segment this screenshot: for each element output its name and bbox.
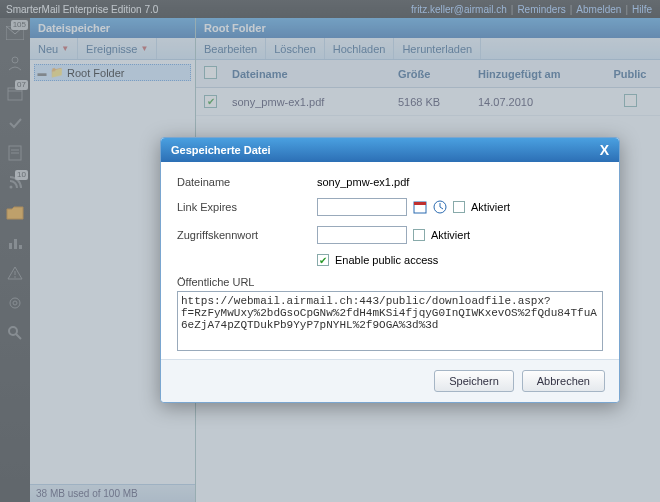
label-public-url: Öffentliche URL — [177, 276, 603, 288]
topbar-user[interactable]: fritz.keller@airmail.ch — [411, 4, 507, 15]
events-button[interactable]: Ereignisse▼ — [78, 38, 157, 59]
app-title: SmarterMail Enterprise Edition 7.0 — [6, 4, 158, 15]
rss-icon[interactable]: 10 — [4, 172, 26, 194]
tasks-icon[interactable] — [4, 112, 26, 134]
label-filename: Dateiname — [177, 176, 317, 188]
svg-point-13 — [10, 298, 20, 308]
topbar-reminders[interactable]: Reminders — [517, 4, 565, 15]
calendar-icon[interactable]: 07 — [4, 82, 26, 104]
select-all-checkbox[interactable] — [204, 66, 217, 79]
filestorage-icon[interactable] — [4, 202, 26, 224]
clock-icon[interactable] — [433, 200, 447, 214]
dialog-titlebar[interactable]: Gespeicherte Datei X — [161, 138, 619, 162]
password-input[interactable] — [317, 226, 407, 244]
stored-file-dialog: Gespeicherte Datei X Dateiname sony_pmw-… — [160, 137, 620, 403]
table-row[interactable]: ✔ sony_pmw-ex1.pdf 5168 KB 14.07.2010 — [196, 88, 660, 116]
delete-button[interactable]: Löschen — [266, 38, 325, 59]
public-url-textarea[interactable] — [177, 291, 603, 351]
settings-icon[interactable] — [4, 292, 26, 314]
edit-button[interactable]: Bearbeiten — [196, 38, 266, 59]
rss-badge: 10 — [15, 170, 28, 180]
save-button[interactable]: Speichern — [434, 370, 514, 392]
search-icon[interactable] — [4, 322, 26, 344]
col-date[interactable]: Hinzugefügt am — [470, 68, 600, 80]
new-button[interactable]: Neu▼ — [30, 38, 78, 59]
topbar-logout[interactable]: Abmelden — [576, 4, 621, 15]
grid-header: Dateiname Größe Hinzugefügt am Public — [196, 60, 660, 88]
cell-date: 14.07.2010 — [470, 96, 600, 108]
content-title: Root Folder — [196, 18, 660, 38]
topbar-help[interactable]: Hilfe — [632, 4, 652, 15]
calendar-picker-icon[interactable] — [413, 200, 427, 214]
svg-rect-10 — [19, 245, 22, 249]
col-public[interactable]: Public — [600, 68, 660, 80]
row-public-checkbox[interactable] — [624, 94, 637, 107]
left-panel-title: Dateispeicher — [30, 18, 195, 38]
password-activated-checkbox[interactable] — [413, 229, 425, 241]
svg-point-12 — [14, 276, 16, 278]
reports-icon[interactable] — [4, 232, 26, 254]
contacts-icon[interactable] — [4, 52, 26, 74]
row-checkbox[interactable]: ✔ — [204, 95, 217, 108]
value-filename: sony_pmw-ex1.pdf — [317, 176, 603, 188]
svg-line-16 — [16, 334, 21, 339]
content-toolbar: Bearbeiten Löschen Hochladen Herunterlad… — [196, 38, 660, 60]
link-expires-input[interactable] — [317, 198, 407, 216]
upload-button[interactable]: Hochladen — [325, 38, 395, 59]
cancel-button[interactable]: Abbrechen — [522, 370, 605, 392]
label-link-expires: Link Expires — [177, 201, 317, 213]
close-icon[interactable]: X — [600, 143, 609, 157]
tree-root-folder[interactable]: ▬ 📁 Root Folder — [34, 64, 191, 81]
left-toolbar: Neu▼ Ereignisse▼ — [30, 38, 195, 60]
svg-rect-18 — [414, 202, 426, 205]
storage-status: 38 MB used of 100 MB — [30, 484, 195, 502]
col-size[interactable]: Größe — [390, 68, 470, 80]
nav-sidebar: 105 07 10 — [0, 18, 30, 502]
dropdown-icon: ▼ — [140, 44, 148, 53]
svg-point-15 — [9, 327, 17, 335]
enable-public-label: Enable public access — [335, 254, 438, 266]
calendar-badge: 07 — [15, 80, 28, 90]
password-activated-label: Aktiviert — [431, 229, 470, 241]
svg-rect-8 — [9, 243, 12, 249]
alert-icon[interactable] — [4, 262, 26, 284]
notes-icon[interactable] — [4, 142, 26, 164]
col-name[interactable]: Dateiname — [224, 68, 390, 80]
enable-public-checkbox[interactable]: ✔ — [317, 254, 329, 266]
svg-point-14 — [13, 301, 17, 305]
expires-activated-checkbox[interactable] — [453, 201, 465, 213]
mail-icon[interactable]: 105 — [4, 22, 26, 44]
label-password: Zugriffskennwort — [177, 229, 317, 241]
dropdown-icon: ▼ — [61, 44, 69, 53]
download-button[interactable]: Herunterladen — [394, 38, 481, 59]
svg-rect-9 — [14, 239, 17, 249]
svg-point-1 — [12, 57, 18, 63]
app-topbar: SmarterMail Enterprise Edition 7.0 fritz… — [0, 0, 660, 18]
cell-size: 5168 KB — [390, 96, 470, 108]
tree-label: Root Folder — [67, 67, 124, 79]
dialog-title-text: Gespeicherte Datei — [171, 144, 271, 156]
cell-name: sony_pmw-ex1.pdf — [224, 96, 390, 108]
mail-badge: 105 — [11, 20, 28, 30]
folder-icon: 📁 — [50, 66, 64, 79]
svg-point-7 — [10, 186, 13, 189]
tree-collapse-icon[interactable]: ▬ — [37, 68, 47, 78]
expires-activated-label: Aktiviert — [471, 201, 510, 213]
